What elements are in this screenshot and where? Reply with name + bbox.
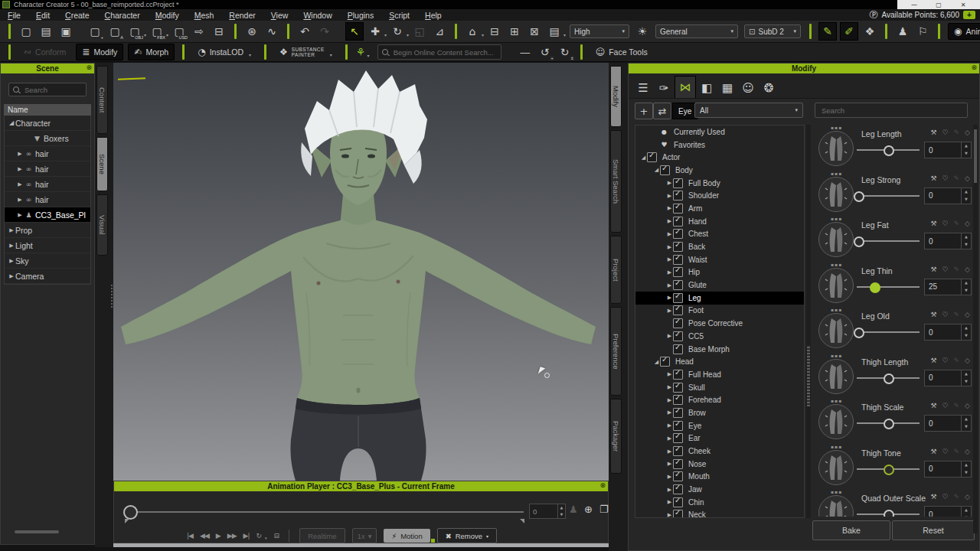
checkbox-checked[interactable] <box>673 229 683 239</box>
edit-morph-icon[interactable]: ✎ <box>954 448 960 455</box>
fit-all-icon[interactable]: ⊞ <box>506 23 523 40</box>
online-content-icon[interactable]: ⊛ <box>243 23 260 40</box>
online-search-input[interactable] <box>392 47 497 57</box>
checkbox-checked[interactable] <box>673 395 683 405</box>
slider-value-input[interactable] <box>925 142 961 158</box>
bake-morph-icon[interactable]: ⚒ <box>930 129 936 136</box>
checkbox-checked[interactable] <box>673 242 683 252</box>
remove-button[interactable]: ✖Remove▾ <box>437 528 497 543</box>
import-obj-icon[interactable]: ▢OBJ <box>126 23 143 40</box>
edit-mesh-icon[interactable]: ✎ <box>818 22 837 41</box>
checkbox-checked[interactable] <box>673 305 683 315</box>
slider-track[interactable] <box>857 149 920 151</box>
favorite-icon[interactable]: ♡ <box>942 493 948 500</box>
morph-item-glute[interactable]: ▶Glute <box>635 279 804 292</box>
checkbox-checked[interactable] <box>673 267 683 277</box>
expand-arrow-icon[interactable]: ▶ <box>666 474 673 480</box>
grip-icon[interactable]: ▪▪▪ <box>831 444 842 449</box>
timeline-playhead[interactable] <box>123 505 138 520</box>
new-project-icon[interactable]: ▢ <box>18 23 34 40</box>
scene-item-hair[interactable]: ▶∞hair <box>5 161 90 177</box>
edit-morph-icon[interactable]: ✎ <box>954 266 960 273</box>
morph-item-full-body[interactable]: ▶Full Body <box>635 177 804 190</box>
scene-item-hair[interactable]: ▶∞hair <box>5 177 90 192</box>
key-icon[interactable]: ◇ <box>965 311 970 318</box>
favorite-icon[interactable]: ♡ <box>942 311 948 318</box>
morph-item-leg[interactable]: ▶Leg <box>635 292 804 305</box>
open-project-icon[interactable]: ▤ <box>38 23 54 40</box>
morph-item-brow[interactable]: ▶Brow <box>635 406 804 419</box>
morph-item-full-head[interactable]: ▶Full Head <box>635 368 804 381</box>
range-start-marker[interactable] <box>125 519 129 523</box>
slider-track[interactable] <box>857 422 920 424</box>
import-fbx-icon[interactable]: ▢FBX <box>149 23 165 40</box>
grip-icon[interactable]: ▪▪▪ <box>831 398 842 403</box>
morph-item-foot[interactable]: ▶Foot <box>635 305 804 318</box>
favorite-icon[interactable]: ♡ <box>942 220 948 227</box>
expand-arrow-icon[interactable]: ▶ <box>8 273 15 279</box>
reset-button[interactable]: Reset <box>892 520 975 540</box>
checkbox-checked[interactable] <box>673 433 683 443</box>
checkbox-checked[interactable] <box>673 178 683 188</box>
expand-arrow-icon[interactable]: ▶ <box>666 231 673 237</box>
expand-arrow-icon[interactable]: ▶ <box>666 295 673 301</box>
select-tool-icon[interactable]: ↖ <box>345 22 364 41</box>
conform-button[interactable]: ∾Conform <box>18 44 71 60</box>
scene-item-hair[interactable]: ▶∞hair <box>5 192 90 207</box>
morph-tab[interactable]: ⋈ <box>675 76 696 98</box>
value-spinner[interactable]: ▲▼ <box>961 324 971 340</box>
morph-item-chin[interactable]: ▶Chin <box>635 496 804 509</box>
edit-morph-icon[interactable]: ✎ <box>954 129 960 136</box>
morph-item-mouth[interactable]: ▶Mouth <box>635 471 804 484</box>
modify-close-icon[interactable]: ⊗ <box>971 64 977 71</box>
bake-morph-icon[interactable]: ⚒ <box>930 266 936 273</box>
menu-script[interactable]: Script <box>381 11 417 20</box>
skingen-icon[interactable]: ⚘▾ <box>354 44 371 60</box>
morph-search-input[interactable] <box>820 106 962 116</box>
pin-tab[interactable]: ✑ <box>654 78 674 98</box>
checkbox-checked[interactable] <box>673 446 683 456</box>
maximize-button[interactable]: ▢ <box>931 2 946 8</box>
undo-icon[interactable]: ↶ <box>296 23 313 40</box>
checkbox-checked[interactable] <box>673 471 683 481</box>
expand-arrow-icon[interactable]: ▶ <box>666 397 673 403</box>
slider-value-input[interactable] <box>925 507 961 517</box>
rotate-tool-icon[interactable]: ↻ <box>389 23 406 40</box>
scene-item-cc3-base-pl[interactable]: ▶♟CC3_Base_Pl <box>5 207 90 223</box>
grip-icon[interactable]: ▪▪▪ <box>831 489 842 494</box>
expand-arrow-icon[interactable]: ▶ <box>666 499 673 505</box>
key-icon[interactable]: ◇ <box>965 402 970 409</box>
expand-arrow-icon[interactable]: ▶ <box>666 193 673 199</box>
pose-tool-icon[interactable]: ♟ <box>894 23 911 40</box>
value-spinner[interactable]: ▲▼ <box>961 279 971 295</box>
morph-mode-button[interactable]: ✍Morph <box>128 44 175 60</box>
checkbox-checked[interactable] <box>673 421 683 431</box>
go-end-button[interactable]: ▶| <box>243 532 250 540</box>
value-spinner[interactable]: ▲▼ <box>961 370 971 386</box>
key-icon[interactable]: ◇ <box>965 493 970 500</box>
tree-scrollbar[interactable] <box>806 125 811 518</box>
scene-item-boxers[interactable]: ▼Boxers <box>5 131 90 146</box>
morph-pair-icon[interactable]: ⇄ <box>653 103 671 119</box>
grip-icon[interactable]: ▪▪▪ <box>831 216 842 221</box>
animation-player-button[interactable]: ◉Animation Player <box>948 23 980 40</box>
expand-arrow-icon[interactable]: ▶ <box>666 409 673 416</box>
fast-forward-button[interactable]: ▶▶ <box>227 532 237 540</box>
subd-select[interactable]: ⊡SubD 2▾ <box>744 24 801 38</box>
comment-button[interactable]: ⊟ <box>274 532 279 540</box>
favorite-icon[interactable]: ♡ <box>942 402 948 409</box>
import-character-icon[interactable]: ▢+ <box>87 23 103 40</box>
substance-painter-button[interactable]: ❖SUBSTANCE PAINTER▾ <box>274 44 338 60</box>
edit-morph-icon[interactable]: ✎ <box>954 402 960 409</box>
morph-item-shoulder[interactable]: ▶Shoulder <box>635 189 804 202</box>
dropdown-arrow-icon[interactable]: ▾ <box>482 32 484 37</box>
favorite-icon[interactable]: ♡ <box>942 448 948 455</box>
dropdown-arrow-icon[interactable]: ▾ <box>407 32 409 37</box>
category-dropdown[interactable]: All ▾ <box>694 103 803 118</box>
slider-track[interactable] <box>857 286 920 288</box>
checkbox-checked[interactable] <box>660 165 670 175</box>
scene-item-camera[interactable]: ▶Camera <box>5 269 90 284</box>
slider-track[interactable] <box>857 240 920 242</box>
expand-arrow-icon[interactable]: ▶ <box>666 384 673 390</box>
expand-arrow-icon[interactable]: ▶ <box>666 205 673 211</box>
